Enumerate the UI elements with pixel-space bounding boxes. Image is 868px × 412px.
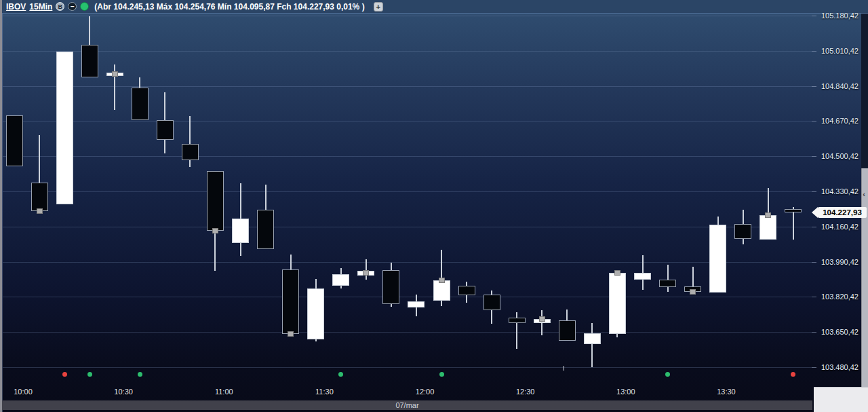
time-axis-tick — [564, 366, 564, 371]
session-date-label: 07/mar — [395, 401, 418, 409]
trade-marker — [539, 316, 545, 322]
price-axis-label: 105.010,42 — [812, 46, 859, 56]
candle — [559, 320, 576, 341]
trade-marker — [614, 270, 620, 276]
price-axis-label: 105.180,42 — [812, 11, 859, 20]
price-axis-label: 104.330,42 — [812, 187, 859, 196]
current-price-tag: 104.227,93 — [812, 207, 867, 218]
date-bar[interactable]: 07/mar — [2, 400, 812, 410]
candle — [734, 224, 751, 239]
time-axis-label: 10:30 — [108, 387, 139, 396]
price-gridline — [3, 86, 812, 87]
vertical-scrollbar-track[interactable] — [861, 14, 868, 168]
price-gridline — [3, 227, 812, 227]
candle — [232, 219, 249, 243]
candle — [433, 280, 450, 301]
price-gridline — [3, 191, 812, 192]
candle-wick — [667, 265, 669, 293]
trade-marker — [212, 228, 218, 233]
price-axis-label: 103.480,42 — [812, 362, 859, 372]
candle — [408, 301, 425, 307]
trade-marker — [288, 331, 294, 337]
candle — [785, 209, 802, 212]
candle — [257, 210, 274, 249]
candle — [634, 273, 651, 280]
time-axis-label: 11:00 — [208, 387, 239, 396]
price-gridline — [3, 121, 812, 121]
green-signal-dot — [439, 372, 444, 377]
candle — [6, 115, 23, 166]
candle — [282, 269, 299, 335]
candle — [307, 288, 324, 339]
green-signal-dot — [138, 372, 142, 377]
candle — [659, 280, 676, 288]
price-gridline — [3, 332, 812, 333]
trade-marker — [439, 278, 445, 283]
price-axis-label: 103.990,42 — [812, 257, 859, 267]
green-signal-dot — [87, 372, 92, 377]
green-signal-dot — [665, 372, 670, 377]
price-axis-label: 104.160,42 — [812, 222, 859, 231]
price-axis-label: 104.500,42 — [812, 151, 859, 161]
trade-marker — [37, 208, 43, 214]
trade-marker — [112, 71, 118, 77]
time-axis-label: 13:30 — [711, 387, 742, 396]
price-gridline — [3, 367, 812, 368]
time-axis-label: 12:00 — [410, 387, 441, 396]
axis-corner-panel — [814, 387, 868, 412]
candle — [584, 333, 601, 344]
candle — [760, 215, 776, 240]
trade-marker — [765, 212, 771, 218]
vertical-scrollbar-thumb[interactable] — [861, 168, 868, 387]
trade-marker — [690, 289, 696, 295]
candle — [458, 286, 475, 295]
price-axis-label: 104.670,42 — [812, 116, 859, 126]
candle — [207, 171, 224, 231]
candle — [56, 52, 73, 204]
price-gridline — [3, 297, 812, 297]
chevron-left-icon[interactable]: ‹ — [860, 189, 868, 199]
candle — [382, 270, 399, 305]
price-axis-label: 103.820,42 — [812, 292, 859, 301]
price-tag-arrow-icon — [812, 207, 818, 218]
time-axis-label: 12:30 — [510, 387, 541, 396]
candle — [31, 183, 48, 211]
candle — [132, 88, 149, 121]
trading-chart-window: IBOV 15Min B − (Abr 104.245,13 Máx 104.2… — [0, 0, 868, 412]
candle — [332, 274, 349, 286]
price-gridline — [3, 262, 812, 263]
price-axis-label: 104.840,42 — [812, 81, 859, 91]
price-gridline — [3, 51, 812, 52]
candle — [484, 295, 500, 310]
candlestick-plot[interactable] — [0, 0, 812, 400]
price-axis-label: 103.650,42 — [812, 327, 859, 337]
time-axis-label: 13:00 — [610, 387, 642, 396]
candle — [509, 318, 526, 323]
trade-marker — [363, 270, 369, 276]
price-gridline — [3, 156, 812, 157]
red-signal-dot — [62, 372, 67, 377]
price-gridline — [3, 16, 812, 16]
candle-wick — [591, 323, 593, 367]
candle — [81, 45, 98, 77]
time-axis-label: 10:00 — [7, 387, 39, 396]
candle — [709, 225, 726, 293]
time-axis-label: 11:30 — [309, 387, 340, 396]
current-price-value: 104.227,93 — [818, 207, 867, 218]
candle — [609, 273, 626, 335]
candle — [182, 144, 199, 160]
candle — [157, 120, 174, 140]
